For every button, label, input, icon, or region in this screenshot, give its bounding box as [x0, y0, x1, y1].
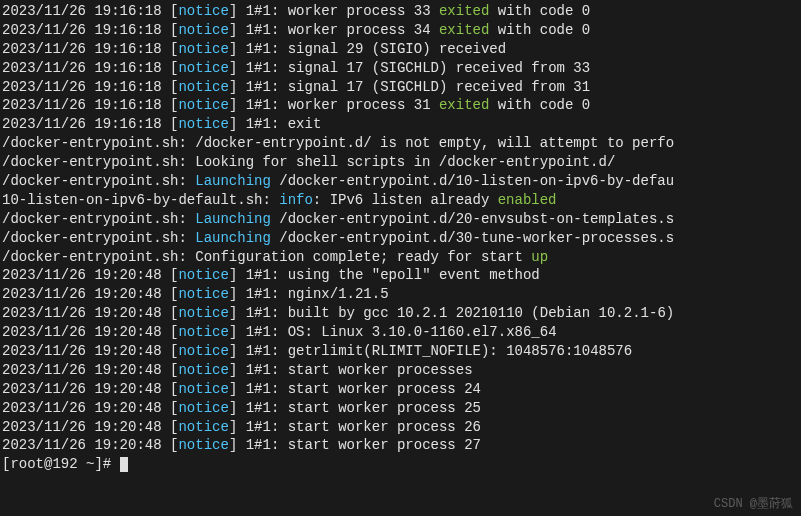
entrypoint-line: /docker-entrypoint.sh: /docker-entrypoin…: [2, 134, 799, 153]
log-line: 2023/11/26 19:16:18 [notice] 1#1: worker…: [2, 21, 799, 40]
log-line: 2023/11/26 19:20:48 [notice] 1#1: getrli…: [2, 342, 799, 361]
log-line: 2023/11/26 19:16:18 [notice] 1#1: exit: [2, 115, 799, 134]
log-line: 2023/11/26 19:16:18 [notice] 1#1: worker…: [2, 2, 799, 21]
entrypoint-line: /docker-entrypoint.sh: Launching /docker…: [2, 172, 799, 191]
log-line: 2023/11/26 19:20:48 [notice] 1#1: built …: [2, 304, 799, 323]
log-line: 2023/11/26 19:16:18 [notice] 1#1: signal…: [2, 78, 799, 97]
log-line: 2023/11/26 19:20:48 [notice] 1#1: start …: [2, 418, 799, 437]
cursor: [120, 457, 128, 472]
entrypoint-line: /docker-entrypoint.sh: Looking for shell…: [2, 153, 799, 172]
terminal-output: 2023/11/26 19:16:18 [notice] 1#1: worker…: [2, 2, 799, 455]
log-line: 2023/11/26 19:16:18 [notice] 1#1: signal…: [2, 59, 799, 78]
watermark-text: CSDN @墨莳狐: [714, 496, 793, 512]
log-line: 2023/11/26 19:20:48 [notice] 1#1: using …: [2, 266, 799, 285]
entrypoint-line: 10-listen-on-ipv6-by-default.sh: info: I…: [2, 191, 799, 210]
log-line: 2023/11/26 19:20:48 [notice] 1#1: nginx/…: [2, 285, 799, 304]
log-line: 2023/11/26 19:16:18 [notice] 1#1: signal…: [2, 40, 799, 59]
log-line: 2023/11/26 19:20:48 [notice] 1#1: OS: Li…: [2, 323, 799, 342]
shell-prompt: [root@192 ~]#: [2, 456, 120, 472]
log-line: 2023/11/26 19:20:48 [notice] 1#1: start …: [2, 361, 799, 380]
log-line: 2023/11/26 19:20:48 [notice] 1#1: start …: [2, 380, 799, 399]
shell-prompt-line[interactable]: [root@192 ~]#: [2, 455, 799, 474]
log-line: 2023/11/26 19:20:48 [notice] 1#1: start …: [2, 399, 799, 418]
entrypoint-line: /docker-entrypoint.sh: Configuration com…: [2, 248, 799, 267]
entrypoint-line: /docker-entrypoint.sh: Launching /docker…: [2, 229, 799, 248]
log-line: 2023/11/26 19:16:18 [notice] 1#1: worker…: [2, 96, 799, 115]
entrypoint-line: /docker-entrypoint.sh: Launching /docker…: [2, 210, 799, 229]
log-line: 2023/11/26 19:20:48 [notice] 1#1: start …: [2, 436, 799, 455]
